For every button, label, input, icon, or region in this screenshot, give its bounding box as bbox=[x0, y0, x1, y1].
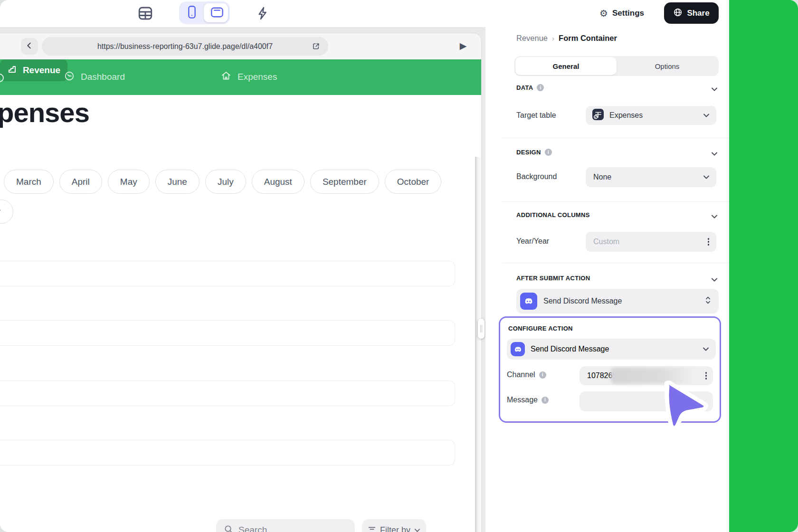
design-section-header: DESIGN i bbox=[516, 149, 552, 156]
back-button[interactable] bbox=[21, 38, 38, 55]
nav-tab-expenses[interactable]: Expenses bbox=[220, 66, 277, 88]
month-chip[interactable]: March bbox=[4, 170, 54, 194]
background-dropdown[interactable]: None bbox=[586, 167, 716, 187]
dashboard-gauge-icon bbox=[64, 70, 75, 84]
additional-columns-header: ADDITIONAL COLUMNS bbox=[516, 211, 590, 218]
data-editor-button[interactable] bbox=[134, 3, 156, 24]
panel-resize-handle[interactable] bbox=[478, 319, 484, 339]
breadcrumb-parent[interactable]: Revenue bbox=[516, 34, 548, 43]
share-label: Share bbox=[687, 9, 709, 18]
month-chip[interactable]: August bbox=[252, 170, 304, 194]
channel-label-row: Channel i bbox=[507, 370, 546, 379]
app-page-body: penses March April May June July August … bbox=[0, 95, 481, 532]
phone-icon bbox=[185, 4, 199, 22]
phone-preview-button[interactable] bbox=[179, 1, 204, 24]
info-icon[interactable]: i bbox=[537, 84, 544, 91]
info-icon[interactable]: i bbox=[542, 397, 549, 404]
info-icon[interactable]: i bbox=[539, 371, 546, 379]
month-chip-cutoff[interactable]: r bbox=[0, 200, 13, 224]
nav-tab-revenue-active[interactable]: Revenue bbox=[0, 59, 67, 81]
month-chip[interactable]: October bbox=[385, 170, 442, 194]
after-submit-action-header: AFTER SUBMIT ACTION bbox=[516, 275, 590, 282]
configure-action-dropdown[interactable]: Send Discord Message bbox=[507, 339, 716, 360]
info-icon[interactable]: i bbox=[545, 149, 552, 156]
section-title: AFTER SUBMIT ACTION bbox=[516, 275, 590, 282]
configure-action-title: CONFIGURE ACTION bbox=[508, 325, 573, 332]
month-chip[interactable]: July bbox=[205, 170, 246, 194]
discord-icon bbox=[511, 342, 525, 356]
glide-builder-window: ⚙ Settings Share https:// bbox=[0, 0, 798, 532]
search-input[interactable]: Search bbox=[216, 519, 355, 532]
run-preview-button[interactable]: ▶ bbox=[455, 38, 471, 54]
discord-icon bbox=[520, 293, 537, 310]
month-chip[interactable]: May bbox=[108, 170, 150, 194]
home-icon bbox=[220, 70, 232, 84]
gear-icon: ⚙ bbox=[599, 9, 608, 18]
form-field-box[interactable] bbox=[0, 440, 455, 466]
filter-by-dropdown[interactable]: Filter by bbox=[362, 519, 426, 532]
month-chip[interactable]: September bbox=[310, 170, 379, 194]
tab-options[interactable]: Options bbox=[617, 56, 718, 76]
filter-by-label: Filter by bbox=[380, 525, 410, 532]
month-chip-row: March April May June July August Septemb… bbox=[4, 170, 441, 194]
tab-general[interactable]: General bbox=[515, 57, 617, 75]
after-submit-action-selector[interactable]: Send Discord Message bbox=[516, 289, 719, 314]
section-title: DATA bbox=[516, 84, 533, 91]
month-chip[interactable]: June bbox=[155, 170, 200, 194]
chevron-down-icon bbox=[703, 173, 710, 181]
data-section-header: DATA i bbox=[516, 84, 544, 91]
builder-toolbar: ⚙ Settings Share bbox=[0, 0, 729, 27]
configure-action-value: Send Discord Message bbox=[531, 345, 609, 353]
nav-tab-label: Revenue bbox=[23, 65, 60, 76]
section-divider bbox=[502, 138, 729, 138]
section-title: DESIGN bbox=[516, 149, 541, 156]
message-label-row: Message i bbox=[507, 396, 549, 404]
app-nav-header: Dashboard Revenue bbox=[0, 59, 481, 95]
year-year-field[interactable]: Custom bbox=[586, 232, 716, 252]
settings-button[interactable]: ⚙ Settings bbox=[597, 5, 647, 21]
nav-tab-label: Dashboard bbox=[81, 72, 125, 82]
play-icon: ▶ bbox=[460, 40, 467, 51]
month-chip[interactable]: April bbox=[59, 170, 102, 194]
target-table-label: Target table bbox=[516, 111, 556, 120]
form-field-box[interactable] bbox=[0, 320, 455, 346]
nav-tab-dashboard[interactable]: Dashboard bbox=[64, 66, 125, 88]
actions-button[interactable] bbox=[252, 3, 274, 24]
app-preview-window: https://business-reporting-63u7.glide.pa… bbox=[0, 33, 481, 532]
collapse-chevron-icon[interactable] bbox=[711, 212, 718, 221]
form-field-box[interactable] bbox=[0, 261, 455, 286]
after-submit-action-value: Send Discord Message bbox=[543, 297, 622, 305]
collapse-chevron-icon[interactable] bbox=[711, 150, 718, 158]
table-source-icon bbox=[592, 108, 604, 123]
nav-tab-label: Expenses bbox=[238, 72, 277, 82]
desktop-preview-button[interactable] bbox=[204, 1, 229, 24]
url-bar[interactable]: https://business-reporting-63u7.glide.pa… bbox=[42, 37, 328, 56]
collapse-chevron-icon[interactable] bbox=[711, 85, 718, 94]
form-field-box[interactable] bbox=[0, 380, 455, 406]
open-external-icon[interactable] bbox=[312, 42, 321, 53]
background-value: None bbox=[593, 173, 611, 181]
lightning-bolt-icon bbox=[255, 6, 270, 22]
kebab-menu-icon[interactable] bbox=[708, 238, 710, 246]
pointer-cursor bbox=[657, 378, 715, 436]
desktop-tablet-icon bbox=[209, 5, 225, 21]
chevron-left-icon bbox=[25, 41, 34, 51]
breadcrumb-current: Form Container bbox=[559, 34, 617, 43]
preview-scrollbar[interactable] bbox=[475, 157, 481, 532]
section-divider bbox=[502, 263, 729, 263]
section-divider bbox=[502, 201, 729, 202]
target-table-dropdown[interactable]: Expenses bbox=[586, 106, 716, 125]
collapse-chevron-icon[interactable] bbox=[711, 276, 718, 284]
panel-tab-bar: General Options bbox=[514, 56, 719, 76]
message-label: Message bbox=[507, 396, 538, 404]
search-placeholder: Search bbox=[238, 525, 267, 532]
share-button[interactable]: Share bbox=[664, 2, 719, 24]
table-grid-icon bbox=[137, 5, 154, 23]
background-label: Background bbox=[516, 172, 557, 181]
filter-lines-icon bbox=[368, 525, 376, 532]
breadcrumb: Revenue › Form Container bbox=[516, 34, 617, 43]
section-title: ADDITIONAL COLUMNS bbox=[516, 211, 590, 218]
channel-label: Channel bbox=[507, 370, 535, 379]
chevron-down-icon bbox=[703, 111, 710, 120]
globe-icon bbox=[673, 8, 683, 19]
